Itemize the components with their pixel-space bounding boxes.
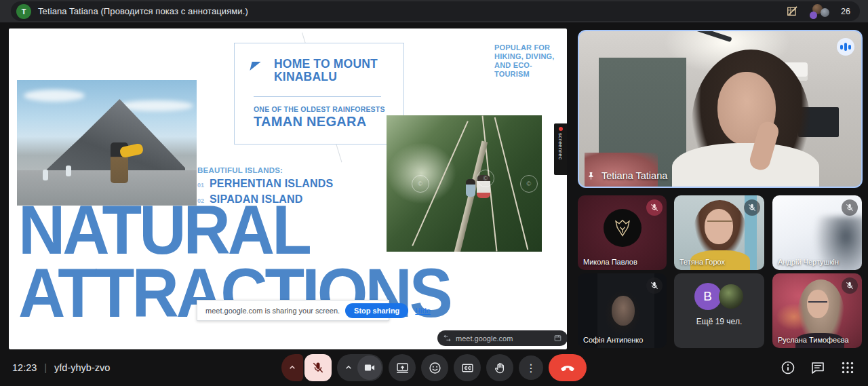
camera-icon	[363, 361, 376, 374]
mic-options-chevron[interactable]	[281, 354, 303, 381]
mic-off-icon	[842, 277, 858, 294]
wolf-logo-icon	[611, 216, 634, 239]
participant-name: Руслана Тимофеєва	[778, 336, 849, 344]
mic-off-icon	[842, 199, 858, 216]
shared-url: meet.google.com	[456, 334, 553, 343]
screenrec-label: screenrec	[557, 133, 564, 160]
slide-title-line1: NATURAL	[18, 198, 450, 262]
islands-label: BEAUTIFUL ISLANDS:	[197, 166, 333, 174]
slide-heading: HOME TO MOUNT KINABALU	[274, 58, 389, 84]
slide-note: POPULAR FOR HIKING, DIVING, AND ECO-TOUR…	[494, 43, 559, 79]
pin-icon	[586, 171, 596, 181]
screenrec-watermark: screenrec	[554, 123, 567, 175]
smiley-icon	[428, 361, 442, 375]
avatar: B	[694, 283, 722, 310]
screen-share-banner: meet.google.com is sharing your screen. …	[197, 300, 389, 321]
shared-tab-pill[interactable]: meet.google.com	[437, 330, 568, 346]
item-number: 01	[197, 182, 210, 189]
tab-icon	[553, 334, 562, 343]
end-call-button[interactable]	[549, 354, 587, 381]
phone-down-icon	[559, 360, 576, 376]
top-bar: T Tetiana Tatiana (Проводится показ с ан…	[0, 0, 868, 22]
participant-name: Tetiana Tatiana	[601, 170, 667, 181]
more-participants-label: Ещё 19 чел.	[674, 317, 764, 326]
mic-off-icon	[744, 199, 760, 216]
flag-icon	[250, 62, 260, 71]
overflow-tile[interactable]: B Ещё 19 чел.	[674, 273, 764, 348]
presenter-label: Tetiana Tatiana (Проводится показ с анно…	[38, 6, 248, 16]
reactions-button[interactable]	[421, 354, 448, 381]
hide-link[interactable]: Hide	[415, 307, 431, 315]
mic-muted-button[interactable]	[304, 354, 332, 381]
activities-grid-icon[interactable]	[840, 360, 856, 376]
slide-info-box: HOME TO MOUNT KINABALU ONE OF THE OLDEST…	[234, 43, 404, 144]
divider: |	[44, 362, 47, 373]
annotations-off-icon[interactable]	[785, 5, 799, 18]
video-tile[interactable]: Руслана Тимофеєва	[772, 273, 862, 348]
participant-name: Андрій Чертушкін	[778, 258, 839, 266]
video-tile[interactable]: Софія Антипенко	[578, 273, 667, 348]
mount-kinabalu-photo	[17, 80, 197, 206]
mic-off-icon	[646, 199, 663, 216]
more-options-button[interactable]: ⋮	[519, 355, 543, 380]
list-item: 01 PERHENTIAN ISLANDS	[197, 178, 333, 190]
share-message: meet.google.com is sharing your screen.	[205, 307, 340, 315]
video-tile[interactable]: Тетяна Горох	[674, 195, 764, 270]
camera-options-chevron[interactable]	[340, 354, 357, 381]
raise-hand-button[interactable]	[486, 354, 513, 381]
video-tile[interactable]: Андрій Чертушкін	[772, 195, 862, 270]
participant-name: Софія Антипенко	[583, 336, 643, 344]
main-video-tile[interactable]: Tetiana Tatiana	[578, 30, 863, 188]
person-shirt	[672, 143, 818, 188]
video-tile[interactable]: Микола Павлов	[578, 195, 667, 270]
divider	[254, 96, 381, 97]
captions-icon	[460, 361, 475, 375]
bridge-figure	[466, 179, 475, 197]
presenter-avatar: T	[16, 4, 31, 19]
slide-subtitle: TAMAN NEGARA	[254, 114, 367, 130]
camera-on-button[interactable]	[357, 355, 382, 380]
meeting-details-icon[interactable]	[780, 360, 796, 376]
participants-avatar-stack[interactable]	[808, 4, 831, 19]
avatar	[719, 284, 743, 309]
mic-off-icon	[646, 277, 663, 294]
bed	[585, 153, 658, 187]
avatar	[821, 8, 829, 17]
clock-time: 12:23	[12, 362, 37, 373]
record-dot	[559, 127, 563, 131]
captions-button[interactable]	[454, 354, 481, 381]
avatar	[604, 209, 642, 247]
bottom-bar: 12:23 | yfd-yhyb-zvo	[0, 349, 868, 386]
participant-count: 26	[841, 7, 850, 16]
slide-sublabel: ONE OF THE OLDEST RAINFORESTS	[254, 105, 385, 113]
stop-sharing-button[interactable]: Stop sharing	[345, 303, 408, 318]
presenter-banner: T Tetiana Tatiana (Проводится показ с ан…	[11, 1, 860, 21]
meeting-code: yfd-yhyb-zvo	[54, 362, 110, 373]
present-screen-button[interactable]	[389, 354, 416, 381]
item-name: PERHENTIAN ISLANDS	[210, 178, 333, 190]
switch-tab-icon	[443, 334, 452, 343]
participant-name: Тетяна Горох	[679, 258, 725, 266]
speaking-indicator	[837, 38, 854, 56]
hand-icon	[493, 361, 507, 375]
avatar	[810, 12, 817, 19]
present-icon	[395, 361, 410, 375]
chat-icon[interactable]	[810, 360, 826, 376]
participant-name: Микола Павлов	[583, 258, 637, 266]
